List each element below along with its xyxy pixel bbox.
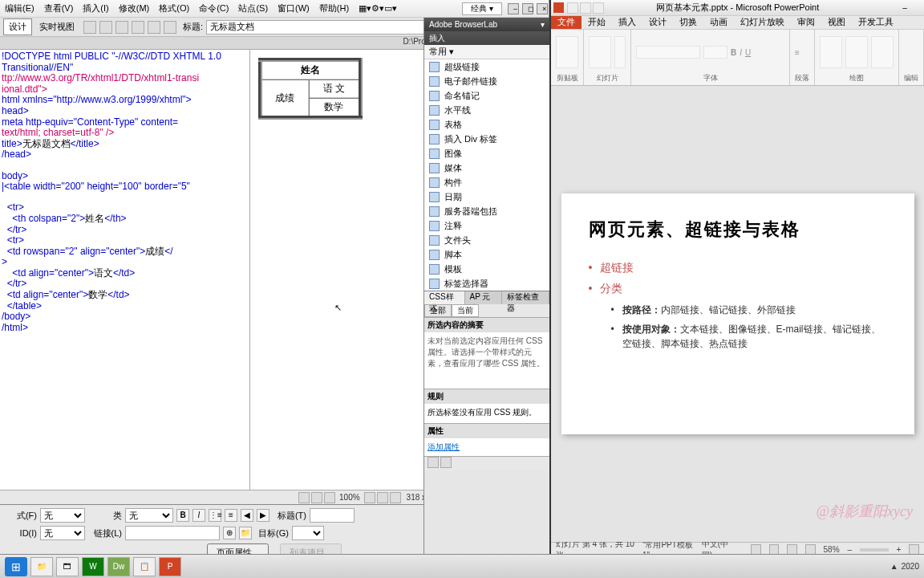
restore-button[interactable]: ◻	[522, 3, 533, 14]
menu-insert[interactable]: 插入(I)	[78, 2, 113, 14]
menu-window[interactable]: 窗口(W)	[273, 2, 314, 14]
minimize-button[interactable]: –	[508, 3, 519, 14]
insert-script[interactable]: 脚本	[424, 247, 549, 262]
design-tab[interactable]: 设计	[3, 18, 32, 35]
qat-redo-icon[interactable]	[593, 2, 604, 14]
start-button[interactable]: ⊞	[5, 557, 27, 576]
tab-insert[interactable]: 插入	[612, 16, 642, 29]
menu-command[interactable]: 命令(C)	[194, 2, 233, 14]
menu-format[interactable]: 格式(O)	[154, 2, 194, 14]
zoom-slider[interactable]	[860, 548, 888, 552]
insert-hr[interactable]: 水平线	[424, 103, 549, 117]
slide[interactable]: 网页元素、超链接与表格 超链接 分类 按路径：内部链接、锚记链接、外部链接 按使…	[561, 193, 914, 434]
preview-table[interactable]: 姓名 成绩 语 文 数学	[258, 58, 363, 120]
browserlab-header[interactable]: Adobe BrowserLab▾	[424, 18, 549, 31]
css-current[interactable]: 当前	[452, 304, 479, 317]
italic-button[interactable]: I	[192, 509, 205, 522]
menu-site[interactable]: 站点(S)	[233, 2, 273, 14]
insert-date[interactable]: 日期	[424, 189, 549, 204]
align-button[interactable]: ≡	[795, 48, 800, 57]
ul-button[interactable]: ⋮≡	[209, 509, 221, 522]
insert-tagchooser[interactable]: 标签选择器	[424, 276, 549, 291]
refresh-icon[interactable]	[164, 21, 176, 34]
tool-icon[interactable]	[148, 21, 160, 34]
insert-widget[interactable]: 构件	[424, 175, 549, 189]
bullet-1[interactable]: 超链接	[589, 261, 887, 275]
slide-area[interactable]: 网页元素、超链接与表格 超链接 分类 按路径：内部链接、锚记链接、外部链接 按使…	[551, 86, 924, 542]
bold-button[interactable]: B	[176, 509, 189, 522]
taskbar-app[interactable]: 🗔	[56, 557, 79, 576]
tab-css-styles[interactable]: CSS样式	[424, 291, 465, 304]
ol-button[interactable]: ≡	[225, 509, 237, 522]
bullet-2-1[interactable]: 按路径：内部链接、锚记链接、外部链接	[611, 303, 887, 317]
layout-button[interactable]	[614, 36, 626, 68]
taskbar-powerpoint[interactable]: P	[159, 557, 181, 576]
font-select[interactable]	[636, 46, 700, 59]
taskbar-app[interactable]: 📋	[133, 557, 156, 576]
bullet-2[interactable]: 分类	[589, 282, 887, 296]
zoom-value[interactable]: 58%	[824, 545, 840, 554]
underline-button[interactable]: U	[745, 48, 751, 57]
css-btn-icon[interactable]	[428, 457, 439, 468]
qat-undo-icon[interactable]	[580, 2, 591, 14]
pp-close-button[interactable]	[911, 2, 922, 14]
tool-icon[interactable]: ▭▾	[379, 3, 392, 14]
tool-icon[interactable]	[116, 21, 128, 34]
insert-email[interactable]: 电子邮件链接	[424, 74, 549, 88]
qat-save-icon[interactable]	[567, 2, 578, 14]
insert-category[interactable]: 常用 ▾	[424, 45, 549, 59]
tab-review[interactable]: 审阅	[791, 16, 821, 29]
insert-anchor[interactable]: 命名锚记	[424, 88, 549, 103]
select-icon[interactable]	[324, 492, 335, 503]
taskbar-app[interactable]: W	[82, 557, 104, 576]
insert-media[interactable]: 媒体	[424, 161, 549, 175]
insert-image[interactable]: 图像	[424, 146, 549, 161]
props-body[interactable]: 添加属性	[424, 438, 549, 456]
tool-icon[interactable]: ⚙▾	[367, 3, 379, 14]
class-select[interactable]: 无	[125, 508, 173, 523]
italic-button[interactable]: I	[740, 48, 742, 57]
td-math[interactable]: 数学	[309, 98, 361, 118]
tab-slideshow[interactable]: 幻灯片放映	[734, 16, 791, 29]
tab-design[interactable]: 设计	[642, 16, 673, 29]
insert-ssi[interactable]: 服务器端包括	[424, 204, 549, 218]
pp-minimize-button[interactable]: –	[899, 2, 910, 14]
live-tab[interactable]: 实时视图	[34, 18, 80, 35]
taskbar-explorer[interactable]: 📁	[30, 557, 53, 576]
menu-view[interactable]: 查看(V)	[39, 2, 79, 14]
css-btn-icon[interactable]	[440, 457, 452, 468]
insert-template[interactable]: 模板	[424, 262, 549, 276]
id-select[interactable]: 无	[40, 526, 85, 540]
zoom-in-icon[interactable]: +	[897, 545, 902, 554]
code-editor[interactable]: !DOCTYPE html PUBLIC "-//W3C//DTD XHTML …	[0, 50, 250, 490]
close-button[interactable]: ×	[537, 3, 548, 14]
css-all[interactable]: 全部	[424, 304, 452, 317]
paste-button[interactable]	[556, 36, 578, 68]
zoom-value[interactable]: 100%	[339, 493, 360, 502]
tab-transitions[interactable]: 切换	[673, 16, 703, 29]
insert-table[interactable]: 表格	[424, 117, 549, 132]
td-chinese[interactable]: 语 文	[309, 79, 361, 98]
td-score[interactable]: 成绩	[261, 79, 309, 118]
tray-icon[interactable]: ▲	[890, 562, 898, 571]
indent-button[interactable]: ▶	[257, 509, 270, 522]
menu-modify[interactable]: 修改(M)	[114, 2, 155, 14]
tab-tag-inspector[interactable]: 标签检查器	[502, 291, 549, 304]
outdent-button[interactable]: ◀	[241, 509, 253, 522]
quickstyle-button[interactable]	[871, 36, 894, 68]
link-point-icon[interactable]: ⊕	[223, 527, 236, 539]
zoom-icon[interactable]	[311, 492, 322, 503]
newslide-button[interactable]	[589, 36, 611, 68]
insert-header[interactable]: 插入	[424, 31, 549, 45]
shapes-button[interactable]	[820, 36, 842, 68]
insert-div[interactable]: 插入 Div 标签	[424, 132, 549, 146]
insert-head[interactable]: 文件头	[424, 233, 549, 247]
system-tray[interactable]: ▲ 2020	[890, 562, 919, 571]
tab-developer[interactable]: 开发工具	[852, 16, 900, 29]
insert-hyperlink[interactable]: 超级链接	[424, 59, 549, 74]
link-input[interactable]	[125, 526, 220, 540]
view-icon[interactable]	[377, 492, 388, 503]
target-select[interactable]	[292, 526, 324, 540]
bullet-2-2[interactable]: 按使用对象：文本链接、图像链接、E-mail链接、锚记链接、空链接、脚本链接、热…	[611, 322, 887, 351]
clock[interactable]: 2020	[902, 562, 919, 571]
